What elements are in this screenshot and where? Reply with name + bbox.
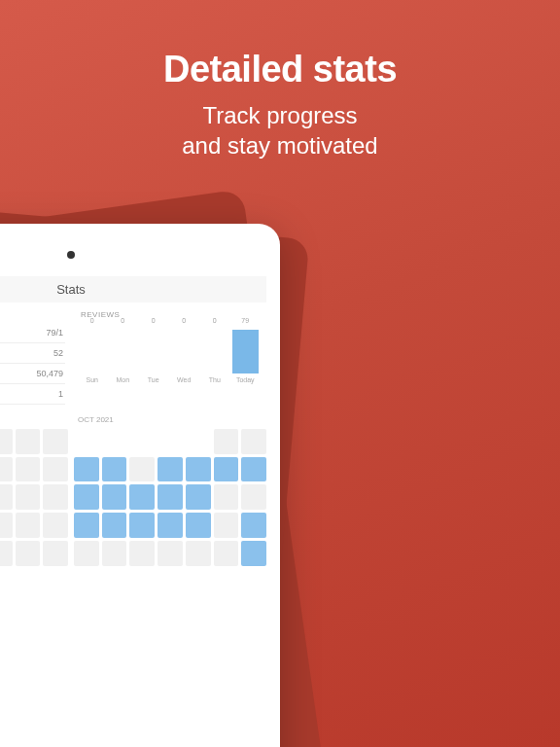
calendar-day	[43, 484, 68, 510]
calendar-day	[214, 513, 239, 538]
calendar-day	[158, 484, 183, 510]
calendar-day	[43, 541, 68, 566]
promo-title: Detailed stats	[0, 49, 560, 90]
calendar-day	[0, 429, 13, 454]
calendar-day	[102, 541, 127, 566]
calendar-day	[214, 484, 239, 510]
calendar-day	[214, 541, 239, 566]
chart-category: Today	[236, 376, 255, 383]
info-row: Reviews Today 79/1	[0, 323, 65, 343]
info-panel: INFO Reviews Today 79/1 Reviews per Day …	[0, 306, 71, 405]
calendar-day	[102, 484, 127, 510]
calendar-day	[186, 541, 211, 566]
chart-column: 79Today	[232, 327, 260, 383]
calendar-day	[102, 457, 127, 482]
calendar-day	[241, 541, 266, 566]
calendar-day	[0, 513, 13, 538]
calendar-day	[74, 429, 99, 454]
chart-category: Mon	[116, 376, 129, 383]
chart-column: 0Sun	[79, 327, 106, 383]
reviews-bar-chart: 0Sun0Mon0Tue0Wed0Thu79Today	[77, 323, 261, 383]
chart-bar	[232, 330, 260, 374]
calendar-day	[43, 457, 68, 482]
calendar-day	[186, 429, 211, 454]
camera-dot	[67, 251, 75, 259]
calendar-day	[0, 484, 13, 510]
calendar-day	[158, 457, 183, 482]
tablet-frame: Stats INFO Reviews Today 79/1 Reviews pe…	[0, 224, 280, 747]
calendar-day	[158, 513, 183, 538]
calendar-day	[74, 541, 99, 566]
info-row: Total Number of Reviews 50,479	[0, 364, 65, 384]
chart-value: 0	[213, 317, 217, 324]
calendar-day	[74, 457, 99, 482]
chart-column: 0Thu	[201, 327, 228, 383]
calendar-day	[241, 484, 266, 510]
calendar-day	[74, 484, 99, 510]
calendar-day	[129, 484, 155, 510]
calendar-day	[158, 541, 183, 566]
chart-category: Wed	[177, 376, 191, 383]
chart-value: 0	[152, 317, 156, 324]
chart-category: Sun	[87, 376, 98, 383]
promo-heading: Detailed stats Track progress and stay m…	[0, 0, 560, 160]
calendar-day	[43, 513, 68, 538]
calendar-day	[74, 513, 99, 538]
calendar-day	[43, 429, 68, 454]
calendar-day	[241, 457, 266, 482]
calendar-day	[0, 457, 13, 482]
calendar-day	[186, 513, 211, 538]
chart-value: 0	[121, 317, 124, 324]
calendar-day	[241, 429, 266, 454]
calendar-day	[158, 429, 183, 454]
calendar-day	[186, 457, 211, 482]
calendar-left: SEP 2021	[0, 412, 68, 566]
calendar-day	[214, 457, 239, 482]
chart-value: 79	[241, 317, 249, 324]
promo-subtitle: Track progress and stay motivated	[0, 100, 560, 160]
calendar-day	[0, 541, 13, 566]
calendar-day	[186, 484, 211, 510]
calendar-day	[129, 513, 155, 538]
info-row: Streak (Days) 1	[0, 384, 65, 405]
app-screen: Stats INFO Reviews Today 79/1 Reviews pe…	[0, 276, 266, 743]
calendar-month-label: OCT 2021	[74, 412, 266, 429]
chart-column: 0Mon	[110, 327, 137, 383]
info-row: Reviews per Day (Average) 52	[0, 343, 65, 364]
calendar-day	[16, 484, 41, 510]
chart-column: 0Tue	[140, 327, 167, 383]
calendar-day	[16, 429, 41, 454]
reviews-label: REVIEWS	[77, 306, 261, 323]
calendar-day	[102, 429, 127, 454]
calendar-day	[129, 429, 155, 454]
chart-category: Tue	[148, 376, 159, 383]
info-label: INFO	[0, 306, 65, 323]
chart-column: 0Wed	[171, 327, 198, 383]
calendar-day	[16, 541, 41, 566]
reviews-panel: REVIEWS 0Sun0Mon0Tue0Wed0Thu79Today	[71, 306, 266, 405]
calendar-day	[16, 457, 41, 482]
calendar-month-label: SEP 2021	[0, 412, 68, 429]
chart-value: 0	[90, 317, 94, 324]
chart-value: 0	[182, 317, 186, 324]
calendar-day	[129, 541, 155, 566]
calendar-day	[102, 513, 127, 538]
card-stack: Stats INFO Reviews Today 79/1 Reviews pe…	[71, 224, 489, 747]
calendar-day	[16, 513, 41, 538]
calendar-day	[214, 429, 239, 454]
calendar-day	[129, 457, 155, 482]
calendar-day	[241, 513, 266, 538]
chart-category: Thu	[209, 376, 221, 383]
calendar-right: OCT 2021	[74, 412, 266, 566]
page-title: Stats	[0, 276, 266, 302]
